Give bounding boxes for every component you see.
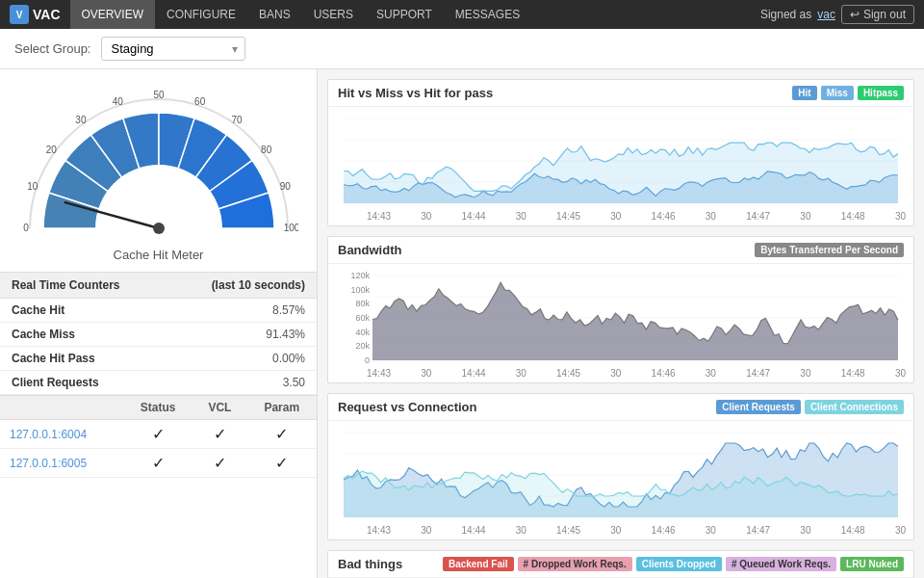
counters-header-left: Real Time Counters	[12, 278, 119, 292]
counters-header: Real Time Counters (last 10 seconds)	[0, 273, 317, 299]
nav-right: Signed as vac ↩ Sign out	[760, 5, 914, 24]
legend-bandwidth: Bytes Transferred Per Second	[755, 243, 904, 257]
servers-col-vcl: VCL	[192, 396, 246, 420]
brand: V VAC	[10, 5, 61, 24]
gauge-canvas	[19, 79, 298, 243]
server-row-2: 127.0.0.1:6005 ✓ ✓ ✓	[0, 449, 317, 478]
subheader: Select Group: Staging Production All	[0, 29, 924, 69]
nav-messages[interactable]: MESSAGES	[444, 0, 531, 29]
counter-client-requests: Client Requests 3.50	[0, 371, 317, 395]
right-panel: Hit vs Miss vs Hit for pass Hit Miss Hit…	[318, 69, 924, 578]
servers-section: Status VCL Param 127.0.0.1:6004 ✓ ✓ ✓ 12…	[0, 395, 317, 478]
counter-cache-hit-value: 8.57%	[272, 303, 305, 317]
chart-bandwidth-xaxis: 14:433014:443014:453014:463014:473014:48…	[328, 368, 913, 382]
legend-miss: Miss	[821, 86, 854, 100]
counter-cache-hit-pass-label: Cache Hit Pass	[12, 352, 95, 365]
nav-users[interactable]: USERS	[302, 0, 365, 29]
legend-lru-nuked: LRU Nuked	[840, 557, 904, 571]
legend-queued-work: # Queued Work Reqs.	[726, 557, 836, 571]
chart-hit-miss-xaxis: 14:433014:443014:453014:463014:473014:48…	[328, 211, 913, 225]
chart-req-conn-canvas	[336, 425, 906, 521]
servers-col-param: Param	[247, 396, 317, 420]
group-select-wrapper: Staging Production All	[101, 37, 245, 61]
counter-client-requests-value: 3.50	[283, 376, 305, 389]
gauge-title: Cache Hit Meter	[114, 248, 204, 262]
nav-support[interactable]: SUPPORT	[365, 0, 444, 29]
chart-hit-miss-canvas	[336, 111, 906, 207]
chart-bandwidth-canvas	[336, 268, 906, 364]
legend-client-req: Client Requests	[716, 400, 801, 414]
legend-client-conn: Client Connections	[805, 400, 904, 414]
chart-bad-things-title: Bad things	[338, 557, 402, 571]
legend-dropped-work: # Dropped Work Reqs.	[518, 557, 632, 571]
server-vcl-1: ✓	[192, 420, 246, 449]
signout-button[interactable]: ↩ Sign out	[841, 5, 914, 24]
chart-hit-miss: Hit vs Miss vs Hit for pass Hit Miss Hit…	[327, 79, 914, 226]
chart-req-conn-legend: Client Requests Client Connections	[716, 400, 904, 414]
signout-label: Sign out	[863, 8, 906, 21]
chart-req-conn-xaxis: 14:433014:443014:453014:463014:473014:48…	[328, 525, 913, 539]
server-param-1: ✓	[247, 420, 317, 449]
nav-bans[interactable]: BANS	[247, 0, 302, 29]
chart-hit-miss-title: Hit vs Miss vs Hit for pass	[338, 86, 493, 100]
group-label: Select Group:	[14, 41, 91, 56]
chart-bandwidth-header: Bandwidth Bytes Transferred Per Second	[328, 237, 913, 264]
chart-bad-things: Bad things Backend Fail # Dropped Work R…	[327, 550, 914, 578]
chart-hit-miss-header: Hit vs Miss vs Hit for pass Hit Miss Hit…	[328, 80, 913, 107]
chart-req-conn-title: Request vs Connection	[338, 400, 476, 414]
signout-icon: ↩	[850, 8, 860, 21]
signed-as-label: Signed as	[760, 8, 811, 21]
nav-left: V VAC OVERVIEW CONFIGURE BANS USERS SUPP…	[10, 0, 531, 29]
counters-header-right: (last 10 seconds)	[212, 278, 305, 292]
username-link[interactable]: vac	[817, 8, 835, 21]
gauge-container: Cache Hit Meter	[0, 69, 317, 272]
counter-client-requests-label: Client Requests	[12, 376, 99, 389]
counter-cache-hit-pass-value: 0.00%	[272, 352, 305, 365]
server-status-1: ✓	[123, 420, 192, 449]
chart-bad-things-legend: Backend Fail # Dropped Work Reqs. Client…	[443, 557, 904, 571]
chart-req-conn-body	[328, 421, 913, 525]
legend-clients-dropped: Clients Dropped	[636, 557, 722, 571]
counter-cache-hit-label: Cache Hit	[12, 303, 64, 317]
top-nav: V VAC OVERVIEW CONFIGURE BANS USERS SUPP…	[0, 0, 924, 29]
nav-overview[interactable]: OVERVIEW	[70, 0, 155, 29]
chart-req-conn: Request vs Connection Client Requests Cl…	[327, 393, 914, 540]
group-select[interactable]: Staging Production All	[101, 37, 245, 61]
servers-col-status: Status	[123, 396, 192, 420]
server-host-2: 127.0.0.1:6005	[0, 449, 123, 478]
chart-bandwidth: Bandwidth Bytes Transferred Per Second 1…	[327, 236, 914, 383]
server-row-1: 127.0.0.1:6004 ✓ ✓ ✓	[0, 420, 317, 449]
brand-icon: V	[10, 5, 29, 24]
counter-cache-miss-value: 91.43%	[266, 328, 305, 341]
counter-cache-miss-label: Cache Miss	[12, 328, 75, 341]
brand-icon-text: V	[16, 10, 23, 20]
counters-section: Real Time Counters (last 10 seconds) Cac…	[0, 272, 317, 395]
legend-hit: Hit	[792, 86, 816, 100]
brand-name: VAC	[33, 7, 61, 22]
chart-hit-miss-legend: Hit Miss Hitpass	[792, 86, 904, 100]
legend-backend-fail: Backend Fail	[443, 557, 514, 571]
counter-cache-hit-pass: Cache Hit Pass 0.00%	[0, 347, 317, 371]
server-host-1: 127.0.0.1:6004	[0, 420, 123, 449]
chart-bandwidth-body	[328, 264, 913, 368]
nav-configure[interactable]: CONFIGURE	[155, 0, 247, 29]
counter-cache-miss: Cache Miss 91.43%	[0, 323, 317, 347]
server-vcl-2: ✓	[192, 449, 246, 478]
chart-req-conn-header: Request vs Connection Client Requests Cl…	[328, 394, 913, 421]
server-param-2: ✓	[247, 449, 317, 478]
left-panel: Cache Hit Meter Real Time Counters (last…	[0, 69, 318, 578]
chart-bad-things-header: Bad things Backend Fail # Dropped Work R…	[328, 551, 913, 578]
chart-hit-miss-body	[328, 107, 913, 211]
chart-bandwidth-legend: Bytes Transferred Per Second	[755, 243, 904, 257]
main-content: Cache Hit Meter Real Time Counters (last…	[0, 69, 924, 578]
counter-cache-hit: Cache Hit 8.57%	[0, 299, 317, 323]
chart-bandwidth-title: Bandwidth	[338, 243, 401, 257]
server-status-2: ✓	[123, 449, 192, 478]
legend-hitpass: Hitpass	[858, 86, 904, 100]
servers-col-host	[0, 396, 123, 420]
servers-table: Status VCL Param 127.0.0.1:6004 ✓ ✓ ✓ 12…	[0, 396, 317, 478]
